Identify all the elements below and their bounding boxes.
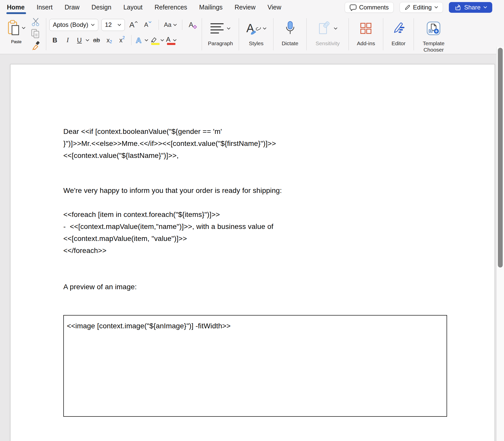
paragraph-greeting: Dear <<if [context.booleanValue("${gende… [63,125,276,161]
pencil-icon [404,4,411,10]
caret-up-icon [135,21,138,23]
editor-pencil-icon [392,22,405,35]
document-page[interactable]: Dear <<if [context.booleanValue("${gende… [10,64,495,441]
format-painter-icon[interactable] [31,41,41,51]
underline-dropdown-chevron-icon[interactable] [86,39,89,41]
doc-line: <<foreach [item in context.foreach("${it… [63,208,273,220]
comments-button[interactable]: Comments [345,2,394,13]
chevron-down-icon [227,27,231,30]
editor-group[interactable]: Editor [386,16,411,54]
shrink-font-button[interactable]: A [142,19,153,31]
svg-text:A: A [136,36,141,44]
superscript-button[interactable]: x2 [116,34,128,46]
styles-group[interactable]: A Styles [242,16,270,54]
paste-dropdown-chevron-icon[interactable] [22,27,26,29]
tab-mailings[interactable]: Mailings [199,0,223,15]
tab-view[interactable]: View [268,0,281,15]
text-effects-button[interactable]: A [135,34,148,46]
tab-references[interactable]: References [154,0,187,15]
cut-icon[interactable] [31,18,40,26]
caret-down-icon [148,21,152,23]
paste-button[interactable]: Paste [4,16,29,54]
paragraph-preview: A preview of an image: [63,281,137,293]
tab-insert[interactable]: Insert [37,0,53,15]
active-tab-indicator [6,12,26,14]
ribbon-home: Paste Apto [0,15,504,54]
addins-group[interactable]: Add-ins [352,16,380,54]
microphone-icon [284,21,296,36]
addins-grid-icon [360,22,372,34]
clear-formatting-button[interactable]: A [187,19,199,31]
subscript-button[interactable]: x2 [104,34,115,46]
ribbon-divider [159,20,159,30]
dictate-group[interactable]: Dictate [277,16,303,54]
chevron-down-icon [483,6,487,8]
chevron-down-icon [145,39,148,41]
font-color-swatch [167,43,175,45]
font-color-button[interactable]: A [166,34,177,46]
template-chooser-group[interactable]: Template Chooser [417,16,450,54]
ribbon-tabs: Home Insert Draw Design Layout Reference… [0,0,281,15]
copy-icon[interactable] [31,29,41,39]
share-icon [454,4,461,11]
chevron-down-icon [173,24,177,26]
ribbon-divider [383,18,383,50]
scrollbar-thumb[interactable] [498,48,503,268]
chevron-down-icon [334,27,338,30]
doc-line: <</foreach>> [63,245,273,257]
change-case-button[interactable]: Aa [164,19,177,31]
doc-line: We're very happy to inform you that your… [63,184,282,196]
ribbon-divider [239,18,239,50]
share-label: Share [464,4,481,11]
eraser-diamond-icon [193,25,197,29]
editing-mode-button[interactable]: Editing [400,2,443,13]
font-name-select[interactable]: Aptos (Body) [49,19,98,31]
text-effects-a-icon: A [135,36,143,44]
doc-line: <<[context.mapValue(item, "value")]>> [63,233,273,245]
italic-button[interactable]: I [62,34,73,46]
paragraph-group[interactable]: Paragraph [205,16,236,54]
styles-icon: A [246,20,260,37]
tab-design[interactable]: Design [91,0,111,15]
grow-font-button[interactable]: A [128,19,139,31]
tab-review[interactable]: Review [235,0,256,15]
chevron-down-icon [160,39,164,41]
styles-label: Styles [249,40,263,47]
share-button[interactable]: Share [449,2,492,13]
doc-line: A preview of an image: [63,281,137,293]
doc-line: - <<[context.mapValue(item,"name")]>>, w… [63,220,273,233]
tab-draw[interactable]: Draw [65,0,79,15]
document-canvas: Dear <<if [context.booleanValue("${gende… [0,54,504,441]
chevron-down-icon [117,24,121,26]
addins-label: Add-ins [357,40,375,47]
font-size-select[interactable]: 12 [101,19,125,31]
tab-layout[interactable]: Layout [123,0,142,15]
paste-clipboard-icon [7,20,20,36]
editor-label: Editor [391,40,405,47]
underline-button[interactable]: U [75,34,84,46]
bold-button[interactable]: B [49,34,61,46]
tab-home[interactable]: Home [7,0,25,15]
font-group: Aptos (Body) 12 A A Aa A [49,16,199,54]
sensitivity-label: Sensitivity [316,40,340,47]
dictate-label: Dictate [282,40,298,47]
image-placeholder-frame[interactable]: <<image [context.image("${anImage}")] -f… [63,315,447,417]
tab-actions: Comments Editing Share [345,2,504,13]
highlight-color-button[interactable] [150,34,164,46]
vertical-scrollbar[interactable] [496,47,504,441]
sensitivity-icon [318,21,331,36]
ribbon-divider [131,35,131,45]
comment-bubble-icon [350,4,357,11]
tab-home-label: Home [7,4,25,11]
template-chooser-label-line1: Template [423,40,445,47]
ribbon-tab-bar: Home Insert Draw Design Layout Reference… [0,0,504,15]
clipboard-group: Paste [4,16,43,54]
ribbon-divider [414,18,414,50]
paragraph-order-ready: We're very happy to inform you that your… [63,184,282,196]
ribbon-divider [306,18,307,50]
sensitivity-group: Sensitivity [310,16,345,54]
strikethrough-button[interactable]: ab [91,34,102,46]
ribbon-divider [182,20,182,30]
paragraph-lines-icon [210,23,224,33]
font-size-value: 12 [105,21,112,28]
